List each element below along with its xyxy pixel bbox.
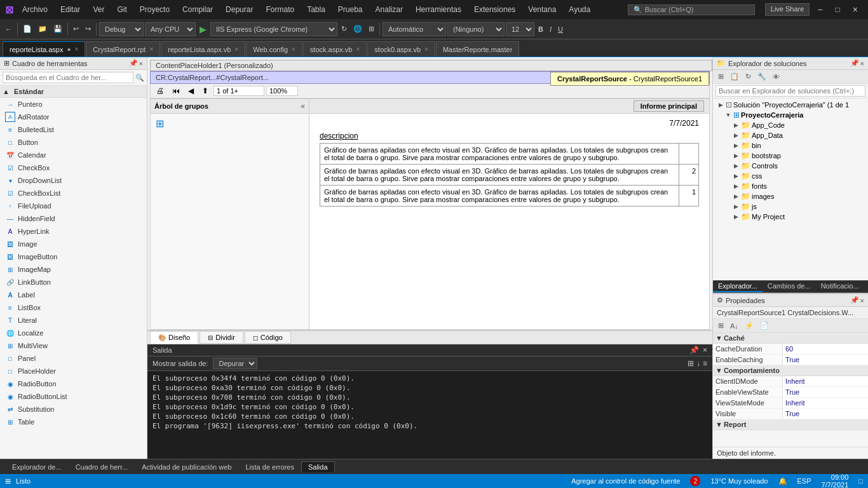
menu-proyecto[interactable]: Proyecto — [136, 4, 173, 15]
toolbox-item-multiview[interactable]: ⊞MultiView — [0, 339, 147, 352]
menu-herramientas[interactable]: Herramientas — [412, 4, 465, 15]
toolbox-item-dropdownlist[interactable]: ▾DropDownList — [0, 174, 147, 187]
toolbox-item-calendar[interactable]: 📅Calendar — [0, 149, 147, 161]
se-tool-2[interactable]: 📋 — [728, 71, 742, 82]
tab-masterreporte[interactable]: MasterReporte.master — [436, 41, 519, 57]
bottom-tab-actividad[interactable]: Actividad de publicación web — [135, 461, 238, 473]
se-pin-btn[interactable]: 📌 — [850, 59, 859, 67]
taskbar-clock[interactable]: 09:00 7/7/2021 — [810, 481, 847, 488]
props-close-btn[interactable]: × — [860, 296, 864, 304]
se-tool-4[interactable]: 🔧 — [755, 71, 769, 82]
browse-btn[interactable]: 🌐 — [351, 24, 365, 34]
toolbox-close-btn[interactable]: × — [139, 59, 143, 67]
group-tree-collapse-btn[interactable]: « — [301, 102, 305, 111]
tab-codigo[interactable]: ◻ Código — [245, 331, 291, 344]
output-toolbar-btn2[interactable]: ↓ — [696, 359, 700, 368]
tree-folder-controls[interactable]: ▶ 📁 Controls — [714, 161, 867, 171]
se-tab-explorador[interactable]: Explorador... — [713, 281, 763, 292]
toolbox-item-table[interactable]: ⊞Table — [0, 416, 147, 428]
se-close-btn[interactable]: × — [860, 59, 864, 67]
tree-folder-images[interactable]: ▶ 📁 images — [714, 191, 867, 201]
cr-nav-prev-btn[interactable]: ◀ — [185, 85, 197, 97]
se-tab-notificaciones[interactable]: Notificacio... — [816, 281, 864, 292]
menu-tabla[interactable]: Tabla — [303, 4, 329, 15]
se-tool-1[interactable]: ⊞ — [715, 71, 726, 82]
new-file-btn[interactable]: 📄 — [20, 24, 34, 34]
se-search-input[interactable] — [715, 85, 865, 97]
debug-config-dropdown[interactable]: Debug — [99, 22, 144, 36]
tab-close-icon[interactable]: × — [292, 46, 295, 53]
menu-ver[interactable]: Ver — [89, 4, 108, 15]
bottom-tab-salida[interactable]: Salida — [301, 461, 335, 472]
prop-value[interactable]: Inherit — [783, 376, 868, 386]
toolbox-item-radiobutton[interactable]: ◉RadioButton — [0, 377, 147, 390]
toolbox-item-listbox[interactable]: ≡ListBox — [0, 301, 147, 314]
toolbox-item-image[interactable]: 🖼Image — [0, 238, 147, 250]
tree-folder-bootstrap[interactable]: ▶ 📁 bootstrap — [714, 151, 867, 161]
cpu-dropdown[interactable]: Any CPU — [145, 22, 196, 36]
toolbox-item-fileupload[interactable]: ↑FileUpload — [0, 200, 147, 212]
tab-close-icon[interactable]: × — [356, 46, 360, 53]
tree-folder-myproject[interactable]: ▶ 📁 My Project — [714, 212, 867, 222]
open-file-btn[interactable]: 📁 — [36, 24, 50, 34]
tree-folder-js[interactable]: ▶ 📁 js — [714, 201, 867, 212]
prop-value[interactable]: True — [783, 409, 868, 419]
report-main-btn[interactable]: Informe principal — [634, 100, 704, 112]
menu-analizar[interactable]: Analizar — [372, 4, 407, 15]
prop-value[interactable]: Inherit — [783, 398, 868, 408]
tab-dividir[interactable]: ⊟ Dividir — [200, 331, 243, 344]
output-toolbar-btn1[interactable]: ⊞ — [688, 359, 694, 368]
add-to-source-control[interactable]: Agregar al control de código fuente — [571, 477, 680, 485]
toolbox-item-localize[interactable]: 🌐Localize — [0, 327, 147, 339]
toolbox-item-button[interactable]: □Button — [0, 136, 147, 149]
menu-editar[interactable]: Editar — [57, 4, 84, 15]
cr-nav-export-btn[interactable]: ⬆ — [199, 85, 212, 97]
title-search-box[interactable]: 🔍 Buscar (Ctrl+Q) — [628, 4, 755, 15]
toolbox-item-hiddenfield[interactable]: —HiddenField — [0, 212, 147, 225]
menu-ventana[interactable]: Ventana — [524, 4, 560, 15]
menu-extensiones[interactable]: Extensiones — [470, 4, 519, 15]
toolbox-item-literal[interactable]: TLiteral — [0, 314, 147, 327]
tab-stock0-vb[interactable]: stock0.aspx.vb × — [367, 41, 435, 57]
bottom-tab-lista-errores[interactable]: Lista de errores — [238, 461, 301, 473]
bottom-tab-explorador[interactable]: Explorador de... — [5, 461, 69, 473]
toolbox-search-input[interactable] — [3, 72, 133, 83]
tab-close-icon[interactable]: × — [149, 46, 153, 53]
toolbox-item-bulletedlist[interactable]: ≡BulletedList — [0, 123, 147, 136]
toolbox-item-imagemap[interactable]: ⊞ImageMap — [0, 263, 147, 276]
auto-dropdown[interactable]: Automático — [383, 22, 446, 36]
toolbox-item-checkbox[interactable]: ☑CheckBox — [0, 161, 147, 174]
ninguno-dropdown[interactable]: (Ninguno) — [447, 22, 505, 36]
se-tool-3[interactable]: ↻ — [743, 71, 754, 82]
tab-close-icon[interactable]: × — [74, 46, 78, 53]
props-sort-category-btn[interactable]: ⊞ — [715, 320, 726, 331]
props-pin-btn[interactable]: 📌 — [850, 296, 859, 304]
tree-solution[interactable]: ▶ ⊡ Solución "ProyectoCerrajeria" (1 de … — [714, 100, 867, 110]
prop-value[interactable]: True — [783, 355, 868, 365]
props-events-btn[interactable]: ⚡ — [742, 320, 756, 331]
tab-webconfig[interactable]: Web.config × — [246, 41, 302, 57]
toolbox-item-checkboxlist[interactable]: ☑CheckBoxList — [0, 187, 147, 200]
prop-value[interactable]: True — [783, 387, 868, 397]
tab-reportelista-aspx[interactable]: reporteLista.aspx ● × — [3, 41, 85, 57]
toolbox-item-placeholder[interactable]: □PlaceHolder — [0, 365, 147, 377]
tree-project[interactable]: ▼ ⊞ ProyectoCerrajeria — [714, 110, 867, 120]
toolbox-item-label[interactable]: ALabel — [0, 288, 147, 301]
italic-btn[interactable]: I — [547, 24, 554, 34]
tree-folder-css[interactable]: ▶ 📁 css — [714, 171, 867, 181]
menu-compilar[interactable]: Compilar — [179, 4, 217, 15]
tab-reportelista-vb[interactable]: reporteLista.aspx.vb × — [161, 41, 245, 57]
tree-folder-fonts[interactable]: ▶ 📁 fonts — [714, 181, 867, 191]
output-toolbar-btn3[interactable]: ≡ — [703, 359, 707, 368]
toolbox-section-standard[interactable]: ▲ Estándar — [0, 86, 147, 98]
menu-formato[interactable]: Formato — [262, 4, 298, 15]
toolbox-item-linkbutton[interactable]: 🔗LinkButton — [0, 276, 147, 288]
tab-diseno[interactable]: 🎨 Diseño — [150, 331, 198, 344]
cr-nav-first-btn[interactable]: ⏮ — [169, 85, 183, 97]
tab-close-icon[interactable]: × — [424, 46, 428, 53]
toolbox-item-substitution[interactable]: ⇄Substitution — [0, 403, 147, 416]
fontsize-dropdown[interactable]: 12 — [506, 22, 534, 36]
prop-value[interactable]: 60 — [783, 344, 868, 354]
toolbox-item-panel[interactable]: □Panel — [0, 352, 147, 365]
more-btn[interactable]: ⊞ — [366, 24, 377, 34]
